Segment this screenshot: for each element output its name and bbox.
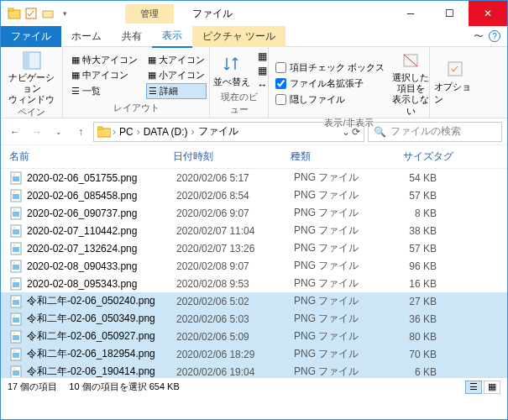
search-box[interactable]: 🔍 ファイルの検索 [368,122,502,142]
tab-share[interactable]: 共有 [112,26,152,47]
tab-picture-tools[interactable]: ピクチャ ツール [192,26,285,47]
col-name[interactable]: 名前 [9,150,173,164]
png-file-icon [9,330,23,344]
png-file-icon [9,365,23,378]
layout-details[interactable]: ☰詳細 [146,83,207,99]
sizecols-icon[interactable]: ↔ [258,79,268,91]
file-type: PNG ファイル [294,365,378,377]
options-button[interactable]: オプション [434,59,476,106]
svg-point-28 [13,262,15,264]
column-headers: 名前 日付時刻 種類 サイズ タグ [1,145,507,169]
hide-selected-button[interactable]: 選択した項目を 表示しない [390,50,432,117]
file-size: 6 KB [378,366,437,378]
file-date: 2020/02/06 18:29 [176,349,294,360]
file-date: 2020/02/06 5:03 [176,313,294,325]
svg-rect-42 [13,353,19,358]
file-type: PNG ファイル [294,294,378,308]
ribbon-collapse-icon[interactable]: 〜 [474,29,484,44]
address-box[interactable]: › PC › DATA (D:) › ファイル ⌄ ⟳ [93,122,364,142]
file-date: 2020/02/07 13:26 [176,243,294,255]
layout-xlarge[interactable]: ▦特大アイコン [70,53,139,67]
minimize-button[interactable]: ─ [391,1,430,26]
group-layout-label: レイアウト [70,102,202,114]
address-dropdown-icon[interactable]: ⌄ [342,126,350,138]
col-date[interactable]: 日付時刻 [173,150,291,164]
check-file-extensions[interactable]: ファイル名拡張子 [275,77,385,90]
file-type: PNG ファイル [294,312,378,326]
file-row[interactable]: 2020-02-06_051755.png2020/02/06 5:17PNG … [1,169,507,186]
crumb-pc[interactable]: PC [118,126,135,138]
options-icon [445,59,465,79]
refresh-icon[interactable]: ⟳ [352,126,360,138]
col-tag[interactable]: タグ [433,150,475,164]
file-date: 2020/02/06 8:54 [176,190,294,202]
file-row[interactable]: 2020-02-08_090433.png2020/02/08 9:07PNG … [1,257,507,275]
maximize-button[interactable]: ☐ [430,1,469,26]
tab-view[interactable]: 表示 [152,25,192,48]
qat-properties-icon[interactable] [24,7,38,20]
png-file-icon [9,260,23,273]
png-file-icon [9,242,23,255]
check-hidden-files[interactable]: 隠しファイル [275,93,385,106]
recent-dropdown[interactable]: ⌄ [50,123,68,141]
col-size[interactable]: サイズ [374,150,433,164]
crumb-drive[interactable]: DATA (D:) [142,126,190,138]
file-row[interactable]: 令和二年-02-06_190414.png2020/02/06 19:04PNG… [1,363,507,377]
tab-home[interactable]: ホーム [61,26,112,47]
file-row[interactable]: 2020-02-07_110442.png2020/02/07 11:04PNG… [1,222,507,239]
svg-point-16 [13,192,15,193]
svg-point-34 [13,297,15,299]
forward-button[interactable]: → [28,123,46,141]
file-row[interactable]: 令和二年-02-06_050927.png2020/02/06 5:09PNG … [1,328,507,345]
qat-dropdown-icon[interactable]: ▾ [58,7,71,20]
ribbon-help: 〜 ? [474,29,500,44]
png-file-icon [9,295,23,308]
folder-icon [8,7,21,20]
file-type: PNG ファイル [294,206,378,220]
svg-rect-15 [13,194,19,199]
address-bar: ← → ⌄ ↑ › PC › DATA (D:) › ファイル ⌄ ⟳ 🔍 ファ… [1,118,507,145]
close-button[interactable]: ✕ [469,1,507,26]
back-button[interactable]: ← [6,123,24,141]
addcols-icon[interactable]: ▦ [258,65,268,76]
file-size: 38 KB [378,225,437,237]
file-row[interactable]: 令和二年-02-06_050240.png2020/02/06 5:02PNG … [1,292,507,310]
svg-rect-36 [13,318,19,323]
svg-rect-39 [13,335,19,340]
file-size: 80 KB [378,331,437,343]
view-icons-button[interactable]: ▦ [484,381,500,394]
file-name: 2020-02-06_051755.png [27,172,176,184]
qat-newfolder-icon[interactable] [41,7,55,20]
layout-medium[interactable]: ▦中アイコン [70,68,139,82]
file-row[interactable]: 2020-02-07_132624.png2020/02/07 13:26PNG… [1,239,507,257]
up-button[interactable]: ↑ [71,123,90,141]
help-icon[interactable]: ? [489,30,500,42]
file-row[interactable]: 2020-02-08_095343.png2020/02/08 9:53PNG … [1,275,507,292]
file-type: PNG ファイル [294,188,378,202]
col-type[interactable]: 種類 [291,150,374,164]
png-file-icon [9,189,23,202]
sort-button[interactable]: 並べ替え [211,54,253,88]
file-name: 令和二年-02-06_190414.png [27,365,176,377]
groupby-icon[interactable]: ▦ [258,50,268,62]
view-details-button[interactable]: ☰ [465,381,482,394]
svg-rect-12 [13,176,19,181]
file-row[interactable]: 令和二年-02-06_050349.png2020/02/06 5:03PNG … [1,310,507,328]
file-row[interactable]: 2020-02-06_090737.png2020/02/06 9:07PNG … [1,204,507,222]
png-file-icon [9,207,23,220]
crumb-folder[interactable]: ファイル [196,124,240,139]
check-item-checkboxes[interactable]: 項目チェック ボックス [275,61,385,74]
file-name: 2020-02-08_090433.png [27,260,176,272]
navigation-pane-button[interactable]: ナビゲーション ウィンドウ [8,50,55,106]
file-type: PNG ファイル [294,171,378,185]
svg-point-22 [13,227,15,228]
layout-large[interactable]: ▦大アイコン [146,53,207,67]
svg-point-40 [13,333,15,334]
layout-list[interactable]: ☰一覧 [70,83,139,99]
layout-small[interactable]: ▦小アイコン [146,68,207,82]
svg-rect-27 [13,265,19,270]
file-row[interactable]: 2020-02-06_085458.png2020/02/06 8:54PNG … [1,186,507,204]
tab-file[interactable]: ファイル [1,26,61,47]
file-row[interactable]: 令和二年-02-06_182954.png2020/02/06 18:29PNG… [1,345,507,363]
file-list[interactable]: 2020-02-06_051755.png2020/02/06 5:17PNG … [1,169,507,377]
